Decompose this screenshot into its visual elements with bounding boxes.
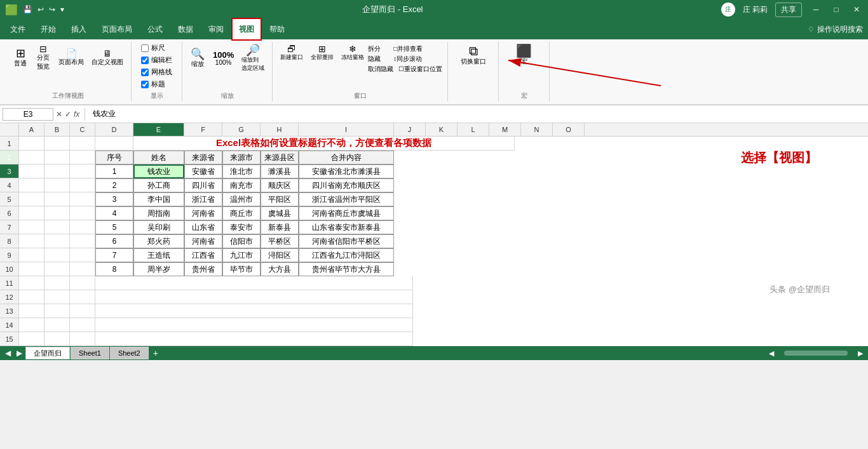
cell-b4[interactable] — [44, 178, 70, 192]
cell-b8[interactable] — [44, 234, 70, 248]
cell-d8[interactable]: 6 — [95, 234, 133, 248]
cell-b5[interactable] — [44, 192, 70, 206]
cell-i6[interactable]: 河南省商丘市虞城县 — [299, 206, 394, 220]
cell-b9[interactable] — [44, 248, 70, 262]
cell-empty-15[interactable] — [95, 332, 413, 346]
add-sheet-button[interactable]: + — [149, 347, 162, 359]
cell-h3[interactable]: 濉溪县 — [261, 164, 299, 178]
cell-i4[interactable]: 四川省南充市顺庆区 — [299, 178, 394, 192]
cell-h9[interactable]: 浔阳区 — [261, 248, 299, 262]
gridlines-input[interactable] — [141, 69, 149, 76]
page-layout-btn[interactable]: 📄 页面布局 — [56, 48, 86, 68]
cell-c6[interactable] — [70, 206, 95, 220]
cell-c15[interactable] — [70, 332, 95, 346]
arrange-all-btn[interactable]: ⊞ 全部重排 — [308, 43, 336, 63]
cell-d5[interactable]: 3 — [95, 192, 133, 206]
normal-view-btn[interactable]: ⊞ 普通 — [10, 46, 31, 69]
cell-h6[interactable]: 虞城县 — [261, 206, 299, 220]
cell-b13[interactable] — [44, 304, 70, 318]
cell-c2[interactable] — [70, 151, 95, 164]
cell-b11[interactable] — [44, 276, 70, 290]
cell-f3[interactable]: 安徽省 — [184, 164, 222, 178]
cell-a13[interactable] — [19, 304, 44, 318]
cell-f7[interactable]: 山东省 — [184, 220, 222, 234]
cell-h2[interactable]: 来源县区 — [261, 151, 299, 164]
cell-d10[interactable]: 8 — [95, 262, 133, 276]
cell-e3-selected[interactable]: 钱农业 — [133, 164, 184, 178]
cell-i9[interactable]: 江西省九江市浔阳区 — [299, 248, 394, 262]
formula-input[interactable] — [90, 110, 865, 119]
cell-h5[interactable]: 平阳区 — [261, 192, 299, 206]
compare-view-label[interactable]: □并排查看 — [393, 44, 423, 53]
page-break-btn[interactable]: ⊟ 分页预览 — [33, 43, 53, 72]
cell-e2[interactable]: 姓名 — [133, 151, 184, 164]
tab-help[interactable]: 帮助 — [262, 19, 292, 39]
cell-h7[interactable]: 新泰县 — [261, 220, 299, 234]
cell-f10[interactable]: 贵州省 — [184, 262, 222, 276]
cell-d2[interactable]: 序号 — [95, 151, 133, 164]
cell-e10[interactable]: 周半岁 — [133, 262, 184, 276]
cell-g2[interactable]: 来源市 — [222, 151, 261, 164]
cell-b6[interactable] — [44, 206, 70, 220]
cell-c9[interactable] — [70, 248, 95, 262]
cell-c11[interactable] — [70, 276, 95, 290]
cell-a4[interactable] — [19, 178, 44, 192]
cell-c14[interactable] — [70, 318, 95, 332]
cell-f8[interactable]: 河南省 — [184, 234, 222, 248]
tab-pagelayout[interactable]: 页面布局 — [94, 19, 140, 39]
cell-b14[interactable] — [44, 318, 70, 332]
cell-a10[interactable] — [19, 262, 44, 276]
cell-i3[interactable]: 安徽省淮北市濉溪县 — [299, 164, 394, 178]
cell-e7[interactable]: 吴印刷 — [133, 220, 184, 234]
cell-h10[interactable]: 大方县 — [261, 262, 299, 276]
cell-empty-13[interactable] — [95, 304, 413, 318]
cell-i10[interactable]: 贵州省毕节市大方县 — [299, 262, 394, 276]
tab-view[interactable]: 视图 — [231, 19, 262, 39]
scroll-right-btn[interactable]: ▶ — [858, 349, 863, 358]
cell-i2[interactable]: 合并内容 — [299, 151, 394, 164]
cell-b2[interactable] — [44, 151, 70, 164]
cell-empty-12[interactable] — [95, 290, 413, 304]
cell-c8[interactable] — [70, 234, 95, 248]
custom-view-btn[interactable]: 🖥 自定义视图 — [89, 48, 126, 68]
zoom-100-btn[interactable]: 100% 100% — [210, 50, 236, 67]
switch-window-btn[interactable]: ⧉ 切换窗口 — [458, 43, 489, 67]
sync-scroll-label[interactable]: ↕同步滚动 — [393, 55, 422, 64]
cell-e5[interactable]: 李中国 — [133, 192, 184, 206]
tab-file[interactable]: 文件 — [3, 19, 33, 39]
cell-e6[interactable]: 周指南 — [133, 206, 184, 220]
headings-checkbox[interactable]: 标题 — [141, 79, 165, 89]
cell-i8[interactable]: 河南省信阳市平桥区 — [299, 234, 394, 248]
cells-area[interactable]: Excel表格如何设置标题行不动，方便查看各项数据 序号 姓名 来源省 来源市 … — [19, 137, 868, 346]
cell-h4[interactable]: 顺庆区 — [261, 178, 299, 192]
cell-c7[interactable] — [70, 220, 95, 234]
new-window-btn[interactable]: 🗗 新建窗口 — [278, 43, 306, 63]
unhide-label[interactable]: 取消隐藏 — [368, 65, 393, 74]
cell-g3[interactable]: 淮北市 — [222, 164, 261, 178]
cell-g8[interactable]: 信阳市 — [222, 234, 261, 248]
cell-e9[interactable]: 王造纸 — [133, 248, 184, 262]
scrollbar[interactable] — [784, 351, 848, 356]
tab-insert[interactable]: 插入 — [64, 19, 94, 39]
close-button[interactable]: ✕ — [850, 3, 863, 16]
cell-g6[interactable]: 商丘市 — [222, 206, 261, 220]
cell-g5[interactable]: 温州市 — [222, 192, 261, 206]
cell-a9[interactable] — [19, 248, 44, 262]
cell-c5[interactable] — [70, 192, 95, 206]
cell-d6[interactable]: 4 — [95, 206, 133, 220]
tab-home[interactable]: 开始 — [33, 19, 64, 39]
cell-d3[interactable]: 1 — [95, 164, 133, 178]
zoom-btn[interactable]: 🔍 缩放 — [187, 47, 208, 70]
scroll-right-icon[interactable]: ▶ — [14, 349, 25, 358]
tab-data[interactable]: 数据 — [170, 19, 201, 39]
cell-c1[interactable] — [70, 137, 95, 151]
cell-a11[interactable] — [19, 276, 44, 290]
cell-i5[interactable]: 浙江省温州市平阳区 — [299, 192, 394, 206]
tab-formula[interactable]: 公式 — [140, 19, 170, 39]
cell-a5[interactable] — [19, 192, 44, 206]
min-button[interactable]: ─ — [810, 3, 822, 16]
cell-f6[interactable]: 河南省 — [184, 206, 222, 220]
max-button[interactable]: □ — [830, 3, 843, 16]
cell-b1[interactable] — [44, 137, 70, 151]
gridlines-checkbox[interactable]: 网格线 — [141, 67, 172, 77]
